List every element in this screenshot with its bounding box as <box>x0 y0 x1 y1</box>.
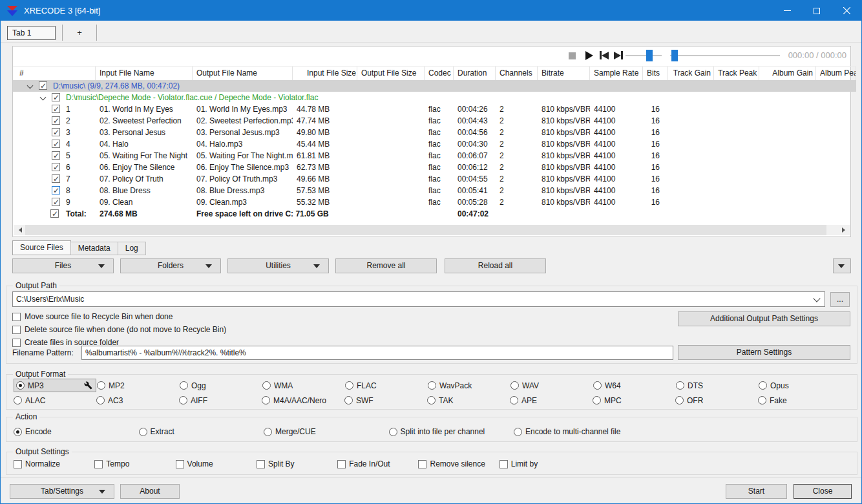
format-radio-option[interactable]: MPC <box>593 394 675 407</box>
format-radio-option[interactable]: WAV <box>510 379 593 392</box>
horizontal-scrollbar[interactable] <box>14 225 850 235</box>
group-row-album[interactable]: D:\music\Depeche Mode - Violator.flac.cu… <box>13 92 856 103</box>
format-radio-option[interactable]: W64 <box>593 379 676 392</box>
track-row[interactable]: 4 04. Halo 04. Halo.mp3 45.44 MB flac 00… <box>13 138 856 150</box>
play-icon[interactable] <box>585 51 593 60</box>
add-tab-button[interactable]: + <box>68 26 91 40</box>
option-checkbox[interactable] <box>12 326 21 334</box>
folders-button[interactable]: Folders <box>120 258 221 273</box>
close-button[interactable]: Close <box>794 484 852 499</box>
setting-checkbox-option[interactable]: Tempo <box>94 457 175 471</box>
track-row[interactable]: 5 05. Waiting For The Night 05. Waiting … <box>13 150 856 162</box>
setting-checkbox-option[interactable]: Remove silence <box>418 457 499 471</box>
seek-slider-thumb[interactable] <box>671 50 678 61</box>
format-radio-option[interactable]: WMA <box>262 379 345 392</box>
maximize-button[interactable] <box>802 1 832 21</box>
format-radio-option[interactable]: MP2 <box>97 379 180 392</box>
format-radio-option[interactable]: TAK <box>427 394 510 407</box>
track-checkbox[interactable] <box>52 128 60 136</box>
column-header[interactable]: Album Peak <box>816 67 856 81</box>
radio-icon[interactable] <box>593 396 601 404</box>
track-row[interactable]: 8 08. Blue Dress 08. Blue Dress.mp3 57.5… <box>13 185 856 196</box>
setting-checkbox-option[interactable]: Limit by <box>499 457 580 471</box>
tab-1[interactable]: Tab 1 <box>7 26 56 40</box>
radio-icon[interactable] <box>179 396 187 404</box>
radio-icon[interactable] <box>16 381 25 390</box>
radio-icon[interactable] <box>428 381 436 390</box>
view-tab[interactable]: Source Files <box>12 240 71 255</box>
setting-checkbox[interactable] <box>418 460 426 468</box>
track-row[interactable]: 1 01. World In My Eyes 01. World In My E… <box>13 103 856 115</box>
total-checkbox[interactable] <box>50 209 59 218</box>
radio-icon[interactable] <box>97 381 105 390</box>
close-window-button[interactable] <box>832 1 861 21</box>
option-checkbox[interactable] <box>12 339 21 347</box>
setting-checkbox[interactable] <box>257 460 265 468</box>
track-checkbox[interactable] <box>52 151 60 160</box>
radio-icon[interactable] <box>180 381 188 390</box>
setting-checkbox-option[interactable]: Fade In/Out <box>337 457 418 471</box>
format-radio-option[interactable]: Opus <box>759 379 841 392</box>
remove-all-button[interactable]: Remove all <box>335 258 437 273</box>
scroll-right-icon[interactable] <box>838 225 848 235</box>
setting-checkbox[interactable] <box>14 460 22 468</box>
column-header[interactable]: Input File Size <box>293 67 357 81</box>
radio-icon[interactable] <box>139 428 147 436</box>
format-radio-option[interactable]: DTS <box>676 379 759 392</box>
action-radio-option[interactable]: Extract <box>139 425 264 439</box>
view-tab[interactable]: Metadata <box>70 242 118 255</box>
scroll-left-icon[interactable] <box>15 225 25 235</box>
group-checkbox[interactable] <box>39 81 47 90</box>
format-radio-option[interactable]: M4A/AAC/Nero <box>262 394 344 407</box>
setting-checkbox[interactable] <box>499 460 508 468</box>
wrench-icon[interactable] <box>84 381 92 390</box>
track-row[interactable]: 6 06. Enjoy The Silence 06. Enjoy The Si… <box>13 162 856 173</box>
volume-slider-thumb[interactable] <box>646 50 653 61</box>
column-header[interactable]: # <box>13 67 96 81</box>
option-checkbox[interactable] <box>12 313 21 321</box>
radio-icon[interactable] <box>676 381 684 390</box>
track-row[interactable]: 2 02. Sweetest Perfection 02. Sweetest P… <box>13 115 856 127</box>
format-radio-option[interactable]: APE <box>510 394 593 407</box>
setting-checkbox[interactable] <box>337 460 346 468</box>
format-radio-option[interactable]: FLAC <box>345 379 428 392</box>
format-radio-option[interactable]: OFR <box>675 394 758 407</box>
column-header[interactable]: Bits <box>643 67 668 81</box>
column-header[interactable]: Channels <box>496 67 538 81</box>
track-row[interactable]: 7 07. Policy Of Truth 07. Policy Of Trut… <box>13 173 856 185</box>
next-track-icon[interactable] <box>614 51 623 59</box>
column-header[interactable]: Sample Rate <box>590 67 643 81</box>
radio-icon[interactable] <box>510 396 518 404</box>
setting-checkbox-option[interactable]: Volume <box>176 457 257 471</box>
radio-icon[interactable] <box>344 396 353 404</box>
volume-slider[interactable] <box>625 55 662 56</box>
track-row[interactable]: 9 09. Clean 09. Clean.mp3 55.32 MB flac … <box>13 196 856 208</box>
toolbar-more-button[interactable] <box>833 258 851 273</box>
minimize-button[interactable] <box>772 1 802 21</box>
radio-icon[interactable] <box>427 396 436 404</box>
column-header[interactable]: Track Peak <box>714 67 759 81</box>
action-radio-option[interactable]: Encode <box>14 425 139 439</box>
format-radio-option[interactable]: Fake <box>758 394 841 407</box>
setting-checkbox-option[interactable]: Split By <box>257 457 337 471</box>
action-radio-option[interactable]: Split into file per channel <box>389 425 514 439</box>
radio-icon[interactable] <box>262 381 271 390</box>
track-checkbox[interactable] <box>52 186 60 194</box>
column-header[interactable]: Output File Size <box>357 67 425 81</box>
reload-all-button[interactable]: Reload all <box>445 258 546 273</box>
radio-icon[interactable] <box>514 428 522 436</box>
column-header[interactable]: Duration <box>454 67 496 81</box>
about-button[interactable]: About <box>120 484 180 499</box>
seek-slider[interactable] <box>670 55 780 56</box>
previous-track-icon[interactable] <box>600 51 609 59</box>
chevron-down-icon[interactable] <box>27 83 34 90</box>
action-radio-option[interactable]: Encode to multi-channel file <box>514 425 639 439</box>
group-row-root[interactable]: D:\music\ (9/9, 274.68 MB, 00:47:02) <box>13 80 856 92</box>
column-header[interactable]: Bitrate <box>538 67 590 81</box>
option-row[interactable]: Delete source file when done (do not mov… <box>12 323 226 336</box>
tab-settings-button[interactable]: Tab/Settings <box>10 484 114 499</box>
format-radio-option[interactable]: AIFF <box>179 394 262 407</box>
action-radio-option[interactable]: Merge/CUE <box>264 425 389 439</box>
radio-icon[interactable] <box>14 396 22 404</box>
radio-icon[interactable] <box>389 428 397 436</box>
